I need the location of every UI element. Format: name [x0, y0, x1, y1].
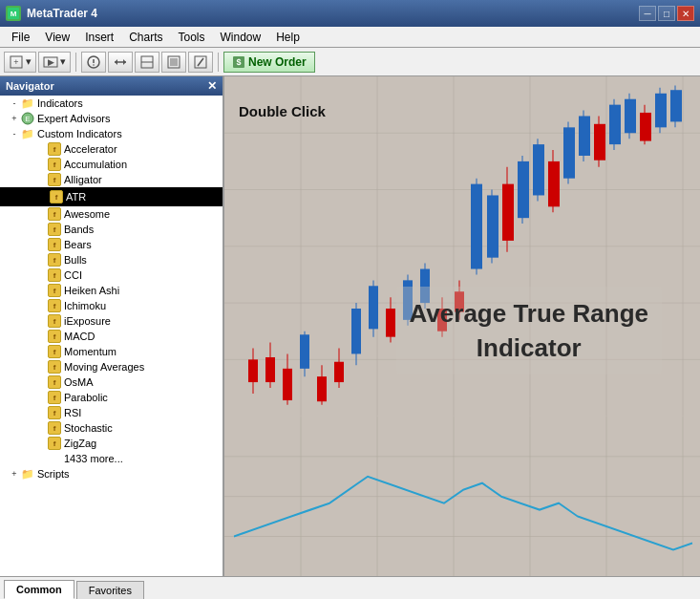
- tree-item-custom-indicators[interactable]: - 📁 Custom Indicators: [0, 126, 223, 141]
- folder-icon-scripts: 📁: [21, 467, 34, 481]
- svg-rect-60: [471, 184, 482, 269]
- icon-heiken-ashi: f: [48, 284, 61, 297]
- icon-more: [48, 452, 61, 465]
- menu-bar: File View Insert Charts Tools Window Hel…: [0, 27, 700, 48]
- main-content: Navigator ✕ - 📁 Indicators + E Expert Ad…: [0, 76, 700, 576]
- toolbar-btn-3[interactable]: [81, 52, 106, 73]
- svg-rect-72: [563, 127, 575, 178]
- svg-rect-70: [548, 161, 560, 206]
- toolbar-btn-5[interactable]: [135, 52, 159, 73]
- tree-item-atr[interactable]: f ATR: [0, 187, 223, 206]
- svg-rect-78: [609, 105, 621, 144]
- svg-text:E: E: [25, 115, 30, 123]
- icon-atr: f: [50, 190, 63, 203]
- tree-label-custom: Custom Indicators: [37, 128, 122, 139]
- toolbar-btn-6[interactable]: [161, 52, 186, 73]
- tree-item-momentum[interactable]: f Momentum: [0, 344, 223, 359]
- tree-label-ichimoku: Ichimoku: [64, 300, 106, 311]
- menu-help[interactable]: Help: [268, 29, 308, 46]
- tree-item-bands[interactable]: f Bands: [0, 222, 223, 237]
- icon-ichimoku: f: [48, 299, 61, 312]
- tree-label-bears: Bears: [64, 239, 92, 250]
- icon-awesome: f: [48, 207, 61, 221]
- tree-label-bands: Bands: [64, 224, 94, 235]
- tree-item-moving-averages[interactable]: f Moving Averages: [0, 359, 223, 374]
- close-button[interactable]: ✕: [677, 6, 694, 21]
- tree-item-osma[interactable]: f OsMA: [0, 374, 223, 390]
- tree-item-zigzag[interactable]: f ZigZag: [0, 436, 223, 451]
- svg-rect-46: [351, 309, 361, 353]
- svg-rect-50: [386, 309, 395, 337]
- tree-item-awesome[interactable]: f Awesome: [0, 206, 223, 222]
- navigator-close[interactable]: ✕: [207, 79, 217, 93]
- tree-item-ichimoku[interactable]: f Ichimoku: [0, 298, 223, 313]
- menu-view[interactable]: View: [37, 29, 77, 46]
- tree-label-atr: ATR: [66, 191, 86, 203]
- svg-point-8: [93, 64, 95, 66]
- nav-tree[interactable]: - 📁 Indicators + E Expert Advisors - 📁: [0, 96, 223, 576]
- expand-ea[interactable]: +: [8, 112, 21, 125]
- tree-label-heiken-ashi: Heiken Ashi: [64, 285, 119, 296]
- menu-file[interactable]: File: [4, 29, 37, 46]
- svg-rect-84: [655, 94, 667, 128]
- tab-common[interactable]: Common: [4, 580, 74, 599]
- tree-item-parabolic[interactable]: f Parabolic: [0, 390, 223, 405]
- tree-item-bears[interactable]: f Bears: [0, 237, 223, 252]
- bottom-tabs: Common Favorites: [0, 576, 700, 599]
- svg-text:+: +: [13, 57, 18, 67]
- svg-rect-44: [334, 362, 344, 382]
- tree-item-bulls[interactable]: f Bulls: [0, 252, 223, 267]
- toolbar-btn-1[interactable]: + ▾: [4, 52, 36, 73]
- expand-indicators[interactable]: -: [8, 96, 21, 110]
- menu-charts[interactable]: Charts: [121, 29, 170, 46]
- toolbar-btn-7[interactable]: [188, 52, 213, 73]
- svg-text:$: $: [236, 57, 241, 67]
- chart-area: Double Click Average True RangeIndicator: [224, 76, 700, 576]
- tree-item-alligator[interactable]: f Alligator: [0, 172, 223, 187]
- tree-label-stochastic: Stochastic: [64, 422, 113, 434]
- tree-item-accelerator[interactable]: f Accelerator: [0, 141, 223, 157]
- tree-item-indicators[interactable]: - 📁 Indicators: [0, 96, 223, 111]
- menu-window[interactable]: Window: [213, 29, 269, 46]
- tab-favorites[interactable]: Favorites: [76, 581, 144, 599]
- expand-custom[interactable]: -: [8, 127, 21, 140]
- svg-rect-82: [640, 113, 651, 141]
- svg-text:M: M: [11, 10, 17, 18]
- tree-item-rsi[interactable]: f RSI: [0, 405, 223, 420]
- icon-iexposure: f: [48, 314, 61, 328]
- svg-rect-40: [300, 334, 309, 369]
- navigator-panel: Navigator ✕ - 📁 Indicators + E Expert Ad…: [0, 76, 224, 576]
- tree-label-accumulation: Accumulation: [64, 159, 127, 170]
- expand-scripts[interactable]: +: [8, 467, 21, 481]
- tree-item-iexposure[interactable]: f iExposure: [0, 313, 223, 329]
- icon-bands: f: [48, 223, 61, 236]
- tree-item-expert-advisors[interactable]: + E Expert Advisors: [0, 111, 223, 126]
- toolbar-separator-2: [218, 53, 219, 72]
- icon-zigzag: f: [48, 437, 61, 450]
- maximize-button[interactable]: □: [658, 6, 675, 21]
- tree-label-cci: CCI: [64, 269, 82, 281]
- icon-accumulation: f: [48, 158, 61, 171]
- menu-tools[interactable]: Tools: [171, 29, 213, 46]
- svg-rect-86: [670, 90, 682, 121]
- svg-rect-64: [502, 184, 514, 241]
- icon-cci: f: [48, 268, 61, 282]
- tree-item-more[interactable]: 1433 more...: [0, 451, 223, 466]
- tree-item-heiken-ashi[interactable]: f Heiken Ashi: [0, 283, 223, 298]
- toolbar-btn-4[interactable]: [108, 52, 133, 73]
- menu-insert[interactable]: Insert: [77, 29, 121, 46]
- tree-item-accumulation[interactable]: f Accumulation: [0, 157, 223, 172]
- tree-item-macd[interactable]: f MACD: [0, 329, 223, 344]
- tree-label-parabolic: Parabolic: [64, 392, 108, 403]
- svg-rect-74: [579, 116, 590, 155]
- toolbar-btn-2[interactable]: ▶ ▾: [38, 52, 71, 73]
- tree-item-stochastic[interactable]: f Stochastic: [0, 420, 223, 436]
- title-bar: M MetaTrader 4 ─ □ ✕: [0, 0, 700, 27]
- toolbar: + ▾ ▶ ▾: [0, 48, 700, 76]
- tree-label-more: 1433 more...: [64, 453, 123, 464]
- tree-item-cci[interactable]: f CCI: [0, 267, 223, 283]
- minimize-button[interactable]: ─: [639, 6, 656, 21]
- new-order-button[interactable]: $ New Order: [223, 52, 315, 73]
- svg-marker-10: [123, 59, 126, 65]
- tree-item-scripts[interactable]: + 📁 Scripts: [0, 466, 223, 481]
